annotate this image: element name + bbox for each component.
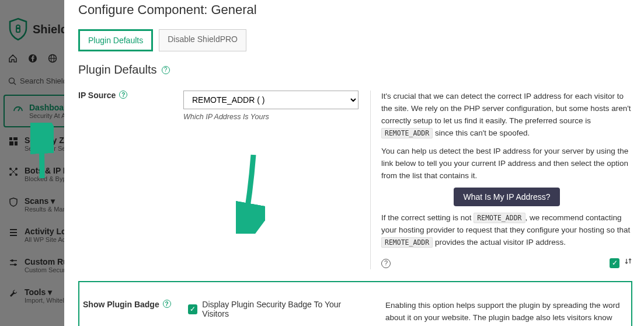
ip-source-hint: Which IP Address Is Yours [183,113,358,121]
network-icon [8,167,19,176]
svg-point-23 [11,259,13,262]
sort-icon[interactable] [624,257,632,269]
svg-rect-12 [15,141,18,145]
facebook-icon[interactable] [28,54,37,65]
page-title: Configure Component: General [78,0,632,29]
svg-rect-9 [9,137,12,140]
ip-source-label: IP Source [78,91,116,100]
badge-label: Show Plugin Badge [83,300,159,309]
check-badge-icon[interactable]: ✓ [610,258,619,268]
svg-line-7 [14,82,16,85]
svg-line-8 [18,108,20,111]
help-icon[interactable]: ? [119,91,127,99]
svg-point-25 [14,263,16,266]
globe-icon[interactable] [48,54,57,65]
question-icon[interactable]: ? [381,259,391,268]
grid-icon [8,137,19,146]
ip-source-select[interactable]: REMOTE_ADDR ( ) [183,91,358,109]
help-icon[interactable]: ? [162,66,170,74]
svg-rect-11 [9,141,13,145]
wrench-icon [8,289,19,298]
brand-name: Shield [33,23,68,36]
sliders-icon [8,258,19,268]
tab-plugin-defaults[interactable]: Plugin Defaults [78,29,153,51]
svg-rect-10 [13,137,18,140]
gauge-icon [13,104,23,115]
badge-checkbox-label: Display Plugin Security Badge To Your Vi… [202,300,363,318]
home-icon[interactable] [8,54,18,65]
whats-my-ip-button[interactable]: What Is My IP Address? [454,188,559,206]
help-icon[interactable]: ? [163,300,171,308]
section-title: Plugin Defaults [78,63,157,77]
search-icon [8,77,16,85]
badge-checkbox[interactable]: ✓ [188,304,197,314]
list-icon [8,228,19,237]
svg-point-6 [9,78,15,83]
shield-logo-icon [8,18,28,41]
shield-icon [8,197,19,207]
tab-disable-shield[interactable]: Disable ShieldPRO [159,29,246,51]
